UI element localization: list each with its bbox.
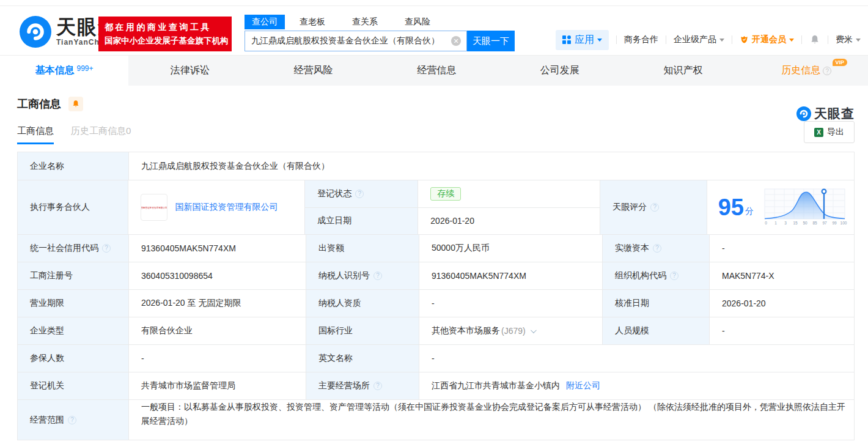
help-icon[interactable]: ? bbox=[670, 272, 679, 280]
search-tab-company[interactable]: 查公司 bbox=[245, 15, 285, 29]
tianyancha-company-page: 天眼查 TianYanCha.com 都在用的商业查询工具 国家中小企业发展子基… bbox=[0, 0, 868, 444]
company-type-value: 有限合伙企业 bbox=[129, 317, 306, 344]
chevron-down-icon bbox=[597, 39, 602, 42]
slogan-line2: 国家中小企业发展子基金旗下机构 bbox=[105, 35, 226, 46]
slogan-line1: 都在用的商业查询工具 bbox=[105, 22, 226, 33]
table-row-company-type: 企业类型 有限合伙企业 国标行业 其他资本市场服务 (J679) 人员规模 - bbox=[18, 317, 854, 345]
section-header: 工商信息 bbox=[17, 95, 855, 113]
svg-text:50: 50 bbox=[803, 221, 807, 225]
industry-code: (J679) bbox=[501, 326, 526, 336]
business-term-label: 营业期限 bbox=[18, 290, 129, 317]
partner-company-logo: 国新国证投资管理有限公司 bbox=[141, 194, 167, 221]
executive-partner-value: 国新国证投资管理有限公司 国新国证投资管理有限公司 bbox=[128, 180, 305, 234]
table-row-registration-number: 工商注册号 360405310098654 纳税人识别号? 91360405MA… bbox=[18, 262, 854, 290]
executive-partner-label: 执行事务合伙人 bbox=[18, 180, 128, 234]
table-row-business-term: 营业期限 2026-01-20 至 无固定期限 纳税人资质 - 核准日期 202… bbox=[18, 290, 854, 317]
enterprise-products-menu[interactable]: 企业级产品 bbox=[674, 34, 724, 45]
subscribe-bell-icon[interactable] bbox=[68, 97, 83, 111]
business-scope-label: 经营范围? bbox=[18, 400, 129, 440]
english-name-label: 英文名称 bbox=[306, 345, 419, 372]
basic-info-count-badge: 999+ bbox=[76, 64, 93, 73]
notification-bell-icon[interactable] bbox=[809, 34, 820, 45]
taxpayer-id-label: 纳税人识别号? bbox=[306, 262, 419, 289]
registration-status-label: 登记状态? bbox=[305, 180, 418, 207]
clear-search-icon[interactable]: ✕ bbox=[451, 36, 461, 46]
tab-history-info[interactable]: VIP 历史信息 ? bbox=[745, 56, 868, 86]
search-tab-boss[interactable]: 查老板 bbox=[293, 15, 331, 29]
apps-label: 应用 bbox=[575, 34, 594, 46]
username: 费米 bbox=[836, 34, 853, 45]
paid-in-capital-label: 实缴资本? bbox=[603, 235, 710, 262]
help-icon[interactable]: ? bbox=[650, 203, 659, 212]
tianyan-score-label: 天眼评分? bbox=[600, 180, 707, 234]
business-registration-table: 企业名称 九江鼎成启航股权投资基金合伙企业（有限合伙） 执行事务合伙人 国新国证… bbox=[17, 152, 855, 440]
staff-size-label: 人员规模 bbox=[603, 317, 710, 344]
help-icon[interactable]: ? bbox=[823, 67, 831, 75]
vip-crown-icon bbox=[740, 35, 749, 44]
apps-menu-button[interactable]: 应用 bbox=[556, 30, 609, 50]
chevron-down-icon[interactable] bbox=[531, 327, 537, 333]
table-row-company-name: 企业名称 九江鼎成启航股权投资基金合伙企业（有限合伙） bbox=[18, 152, 854, 180]
tab-legal-litigation[interactable]: 法律诉讼 bbox=[128, 56, 252, 86]
subtab-row: 工商信息 历史工商信息0 X 导出 bbox=[17, 124, 855, 144]
tab-basic-info[interactable]: 基本信息 999+ bbox=[0, 56, 128, 86]
registration-authority-label: 登记机关 bbox=[18, 372, 129, 399]
svg-text:0: 0 bbox=[765, 221, 767, 225]
nearby-companies-link[interactable]: 附近公司 bbox=[566, 380, 600, 391]
svg-text:99: 99 bbox=[832, 221, 837, 225]
status-badge: 存续 bbox=[430, 187, 461, 201]
tab-operational-risk[interactable]: 经营风险 bbox=[252, 56, 375, 86]
biz-cooperation-link[interactable]: 商务合作 bbox=[624, 34, 658, 45]
help-icon[interactable]: ? bbox=[355, 190, 364, 198]
help-icon[interactable]: ? bbox=[102, 244, 111, 253]
business-scope-value: 一般项目：以私募基金从事股权投资、投资管理、资产管理等活动（须在中国证券投资基金… bbox=[129, 400, 854, 440]
svg-text:100: 100 bbox=[840, 221, 847, 225]
help-icon[interactable]: ? bbox=[653, 244, 661, 253]
contribution-label: 出资额 bbox=[306, 235, 419, 262]
table-row-insured-count: 参保人数 - 英文名称 - bbox=[18, 345, 854, 372]
apps-grid-icon bbox=[562, 35, 571, 44]
export-button[interactable]: X 导出 bbox=[804, 121, 855, 143]
insured-count-value: - bbox=[129, 345, 306, 372]
establish-date-value: 2026-01-20 bbox=[418, 208, 600, 235]
org-code-value: MAK5N774-X bbox=[710, 262, 854, 289]
help-icon[interactable]: ? bbox=[373, 272, 382, 280]
top-divider bbox=[0, 0, 868, 6]
search-tab-risk[interactable]: 查风险 bbox=[399, 15, 436, 29]
search-tabs: 查公司 查老板 查关系 查风险 bbox=[245, 15, 515, 29]
user-menu[interactable]: 费米 bbox=[836, 34, 861, 45]
score-distribution-chart: 0 1 3 15 50 85 97 99 100 bbox=[762, 187, 848, 228]
site-header: 天眼查 TianYanCha.com 都在用的商业查询工具 国家中小企业发展子基… bbox=[0, 6, 868, 55]
help-icon[interactable]: ? bbox=[68, 416, 76, 424]
tianyancha-swirl-icon bbox=[796, 106, 811, 121]
company-type-label: 企业类型 bbox=[18, 317, 129, 344]
business-term-value: 2026-01-20 至 无固定期限 bbox=[129, 290, 306, 317]
tianyan-score-value[interactable]: 95 分 bbox=[707, 180, 854, 234]
tianyancha-watermark: 天眼查 bbox=[796, 105, 855, 122]
tab-company-development[interactable]: 公司发展 bbox=[498, 56, 622, 86]
tab-business-info[interactable]: 经营信息 bbox=[375, 56, 498, 86]
subtab-business-info[interactable]: 工商信息 bbox=[17, 124, 54, 144]
help-icon[interactable]: ? bbox=[373, 382, 382, 390]
open-vip-menu[interactable]: 开通会员 bbox=[740, 34, 794, 45]
section-title: 工商信息 bbox=[17, 97, 61, 111]
search-input[interactable] bbox=[245, 31, 467, 51]
main-premises-value: 江西省九江市共青城市基金小镇内 附近公司 bbox=[419, 372, 854, 399]
registration-number-value: 360405310098654 bbox=[129, 262, 306, 289]
subtab-history-business-info[interactable]: 历史工商信息0 bbox=[71, 124, 131, 144]
table-row-registration-authority: 登记机关 共青城市市场监督管理局 主要经营场所? 江西省九江市共青城市基金小镇内… bbox=[18, 372, 854, 400]
tab-intellectual-property[interactable]: 知识产权 bbox=[622, 56, 745, 86]
approval-date-label: 核准日期 bbox=[603, 290, 710, 317]
registration-number-label: 工商注册号 bbox=[18, 262, 129, 289]
svg-text:1: 1 bbox=[774, 221, 777, 225]
partner-company-link[interactable]: 国新国证投资管理有限公司 bbox=[175, 202, 278, 213]
company-name-value: 九江鼎成启航股权投资基金合伙企业（有限合伙） bbox=[129, 152, 854, 180]
search-tab-relation[interactable]: 查关系 bbox=[346, 15, 384, 29]
svg-text:3: 3 bbox=[784, 221, 787, 225]
search-button[interactable]: 天眼一下 bbox=[467, 31, 515, 51]
approval-date-value: 2026-01-20 bbox=[710, 290, 854, 317]
org-code-label: 组织机构代码? bbox=[603, 262, 710, 289]
svg-text:85: 85 bbox=[812, 221, 817, 225]
establish-date-label: 成立日期 bbox=[305, 208, 418, 235]
paid-in-capital-value: - bbox=[710, 235, 854, 262]
